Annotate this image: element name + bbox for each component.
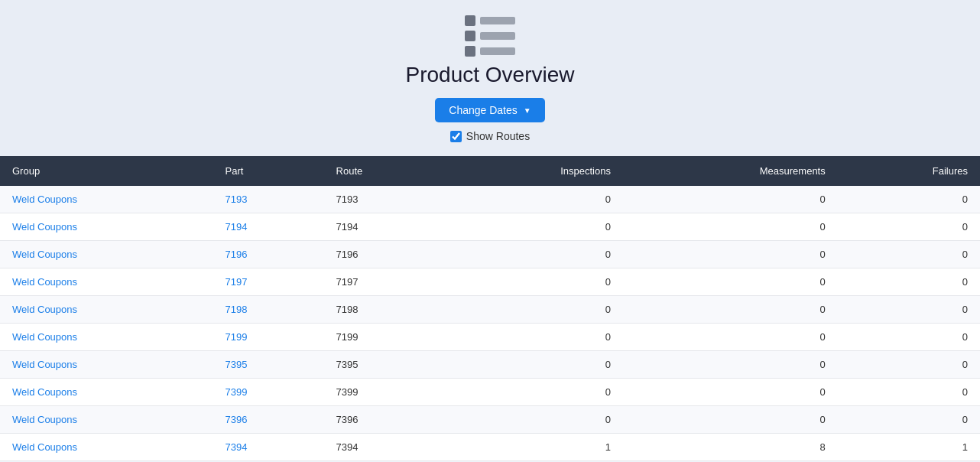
table-row: Weld Coupons71967196000 (0, 241, 980, 268)
show-routes-label: Show Routes (466, 130, 530, 142)
change-dates-label: Change Dates (449, 104, 518, 116)
table-body: Weld Coupons71937193000Weld Coupons71947… (0, 186, 980, 461)
cell-part[interactable]: 7194 (213, 213, 324, 241)
table-row: Weld Coupons71997199000 (0, 324, 980, 351)
cell-inspections: 0 (445, 213, 623, 241)
cell-measurements: 0 (623, 186, 838, 213)
table-row: Weld Coupons71977197000 (0, 268, 980, 296)
cell-inspections: 0 (445, 324, 623, 351)
cell-route: 7394 (324, 434, 446, 461)
cell-route: 7395 (324, 351, 446, 379)
cell-measurements: 0 (623, 213, 838, 241)
cell-measurements: 0 (623, 379, 838, 406)
cell-group[interactable]: Weld Coupons (0, 268, 213, 296)
cell-group[interactable]: Weld Coupons (0, 213, 213, 241)
change-dates-button[interactable]: Change Dates ▼ (435, 98, 544, 122)
table-row: Weld Coupons73997399000 (0, 379, 980, 406)
cell-failures: 1 (838, 434, 980, 461)
dropdown-caret-icon: ▼ (524, 106, 531, 115)
col-measurements: Measurements (623, 156, 838, 186)
icon-square-2 (465, 31, 475, 41)
table-header: Group Part Route Inspections Measurement… (0, 156, 980, 186)
table-row: Weld Coupons73957395000 (0, 351, 980, 379)
cell-failures: 0 (838, 213, 980, 241)
cell-inspections: 0 (445, 241, 623, 268)
cell-part[interactable]: 7199 (213, 324, 324, 351)
cell-failures: 0 (838, 186, 980, 213)
cell-group[interactable]: Weld Coupons (0, 379, 213, 406)
cell-route: 7396 (324, 406, 446, 434)
cell-failures: 0 (838, 406, 980, 434)
cell-failures: 0 (838, 379, 980, 406)
page-title: Product Overview (406, 63, 575, 87)
table-row: Weld Coupons71937193000 (0, 186, 980, 213)
cell-route: 7399 (324, 379, 446, 406)
icon-bar-1 (480, 17, 515, 24)
cell-part[interactable]: 7193 (213, 186, 324, 213)
cell-inspections: 0 (445, 406, 623, 434)
table-row: Weld Coupons73947394181 (0, 434, 980, 461)
table-header-row: Group Part Route Inspections Measurement… (0, 156, 980, 186)
cell-part[interactable]: 7394 (213, 434, 324, 461)
cell-measurements: 0 (623, 241, 838, 268)
cell-inspections: 0 (445, 351, 623, 379)
col-route: Route (324, 156, 446, 186)
cell-measurements: 0 (623, 324, 838, 351)
icon-bar-3 (480, 47, 515, 55)
product-overview-table: Group Part Route Inspections Measurement… (0, 156, 980, 461)
col-inspections: Inspections (445, 156, 623, 186)
cell-inspections: 0 (445, 379, 623, 406)
cell-inspections: 1 (445, 434, 623, 461)
cell-part[interactable]: 7395 (213, 351, 324, 379)
cell-part[interactable]: 7197 (213, 268, 324, 296)
cell-measurements: 0 (623, 268, 838, 296)
icon-square-3 (465, 46, 475, 57)
cell-inspections: 0 (445, 296, 623, 324)
cell-measurements: 0 (623, 406, 838, 434)
list-icon (465, 15, 515, 57)
cell-failures: 0 (838, 324, 980, 351)
cell-failures: 0 (838, 241, 980, 268)
cell-group[interactable]: Weld Coupons (0, 324, 213, 351)
cell-inspections: 0 (445, 186, 623, 213)
cell-route: 7198 (324, 296, 446, 324)
cell-failures: 0 (838, 296, 980, 324)
cell-failures: 0 (838, 268, 980, 296)
cell-group[interactable]: Weld Coupons (0, 434, 213, 461)
cell-part[interactable]: 7198 (213, 296, 324, 324)
cell-part[interactable]: 7396 (213, 406, 324, 434)
show-routes-checkbox[interactable] (450, 131, 462, 142)
cell-measurements: 8 (623, 434, 838, 461)
cell-route: 7194 (324, 213, 446, 241)
table-row: Weld Coupons73967396000 (0, 406, 980, 434)
header-section: Product Overview Change Dates ▼ Show Rou… (0, 0, 980, 156)
icon-square-1 (465, 15, 475, 26)
cell-group[interactable]: Weld Coupons (0, 296, 213, 324)
cell-group[interactable]: Weld Coupons (0, 241, 213, 268)
cell-route: 7196 (324, 241, 446, 268)
cell-route: 7193 (324, 186, 446, 213)
cell-measurements: 0 (623, 351, 838, 379)
cell-route: 7197 (324, 268, 446, 296)
cell-measurements: 0 (623, 296, 838, 324)
cell-group[interactable]: Weld Coupons (0, 406, 213, 434)
cell-part[interactable]: 7196 (213, 241, 324, 268)
cell-group[interactable]: Weld Coupons (0, 351, 213, 379)
col-failures: Failures (838, 156, 980, 186)
table-row: Weld Coupons71947194000 (0, 213, 980, 241)
cell-failures: 0 (838, 351, 980, 379)
table-wrapper: Group Part Route Inspections Measurement… (0, 156, 980, 461)
cell-route: 7199 (324, 324, 446, 351)
show-routes-row: Show Routes (450, 130, 530, 142)
cell-part[interactable]: 7399 (213, 379, 324, 406)
icon-bar-2 (480, 32, 515, 40)
table-row: Weld Coupons71987198000 (0, 296, 980, 324)
cell-group[interactable]: Weld Coupons (0, 186, 213, 213)
col-part: Part (213, 156, 324, 186)
col-group: Group (0, 156, 213, 186)
cell-inspections: 0 (445, 268, 623, 296)
